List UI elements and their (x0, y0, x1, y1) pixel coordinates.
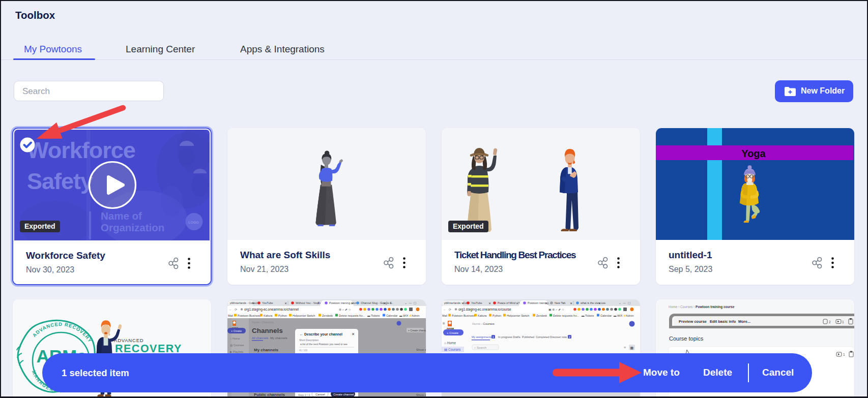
svg-text:✕: ✕ (461, 302, 464, 305)
svg-text:New Tab: New Tab (555, 301, 565, 304)
svg-text:✕: ✕ (570, 302, 572, 305)
svg-text:Mail: Mail (442, 314, 447, 317)
svg-text:a list of the next Powtoon you: a list of the next Powtoon you need to s… (300, 343, 348, 346)
svg-text:✕: ✕ (545, 302, 547, 305)
svg-text:Powtoon training course: Powtoon training course (329, 301, 359, 304)
svg-text:Workforce: Workforce (27, 137, 135, 163)
svg-text:Discover now: Discover now (550, 335, 567, 339)
svg-text:Drafts: Drafts (513, 335, 520, 339)
svg-text:YouTube: YouTube (262, 301, 273, 304)
svg-text:Python: Python (278, 314, 287, 317)
svg-text:▬ Tickets: ▬ Tickets (367, 314, 380, 317)
svg-text:▤ Courses: ▤ Courses (444, 348, 461, 351)
svg-text:Show all: Show all (416, 393, 426, 396)
svg-text:Admin: Admin (626, 314, 634, 317)
svg-text:✕: ✕ (488, 302, 491, 305)
svg-text:⟳: ⟳ (449, 308, 451, 311)
svg-text:▬ Tickets: ▬ Tickets (582, 314, 594, 317)
svg-text:Edit basic info: Edit basic info (710, 319, 736, 324)
svg-text:≡: ≡ (624, 346, 626, 349)
svg-text:Published: Published (522, 335, 534, 339)
svg-text:+: + (603, 301, 606, 305)
svg-text:Preview course: Preview course (679, 319, 707, 324)
svg-text:Zendesk: Zendesk (322, 314, 333, 317)
svg-text:My channels: My channels (254, 348, 279, 352)
svg-text:pWinterlands - Col..: pWinterlands - Col.. (444, 301, 469, 304)
svg-text:Course topics: Course topics (669, 335, 704, 342)
svg-text:←: ← (443, 308, 446, 311)
svg-text:✕: ✕ (252, 302, 254, 305)
svg-text:⌄ — ▢: ⌄ — ▢ (619, 301, 630, 304)
svg-text:▦: ▦ (630, 346, 634, 350)
svg-text:2: 2 (569, 335, 570, 339)
svg-text:org1.staging-ec.oneamma.io/cou: org1.staging-ec.oneamma.io/course (458, 308, 511, 312)
svg-text:org1.staging-ec.oneamma.io/cha: org1.staging-ec.oneamma.io/channel (244, 308, 299, 312)
svg-text:Zendesk: Zendesk (536, 314, 547, 317)
svg-text:← Describe your channel: ← Describe your channel (300, 332, 342, 336)
svg-text:Home › Courses: Home › Courses (472, 322, 495, 325)
svg-text:✕: ✕ (598, 302, 601, 305)
svg-text:▣ ⊕ ⌕ ⬈ ☆: ▣ ⊕ ⌕ ⬈ ☆ (548, 308, 564, 311)
svg-text:Calendar: Calendar (600, 314, 612, 317)
svg-text:Public channels: Public channels (254, 392, 285, 397)
svg-text:Show all: Show all (416, 348, 426, 351)
svg-text:▤ Courses: ▤ Courses (230, 344, 244, 347)
svg-text:Cancel: Cancel (315, 393, 325, 396)
svg-text:▬ WIX: ▬ WIX (614, 314, 623, 317)
svg-text:+ Create: + Create (447, 331, 459, 334)
svg-text:Helpcenter Switch: Helpcenter Switch (507, 314, 529, 317)
svg-text:Channels: Channels (252, 327, 283, 334)
svg-text:▬ WIX: ▬ WIX (399, 314, 409, 317)
svg-text:✕: ✕ (284, 302, 287, 305)
svg-text:Home › Channels: Home › Channels (252, 321, 274, 324)
svg-text:41 / 100: 41 / 100 (299, 349, 308, 352)
svg-text:≡: ≡ (443, 321, 445, 326)
svg-text:✕: ✕ (351, 302, 354, 305)
svg-text:All channels: All channels (252, 336, 268, 340)
svg-text:⌕ Search: ⌕ Search (474, 346, 486, 349)
svg-text:Peace of Mind - Yo..: Peace of Mind - Yo.. (498, 301, 523, 304)
svg-text:+: + (389, 301, 392, 305)
svg-text:✕: ✕ (317, 302, 320, 305)
svg-text:1: 1 (493, 335, 494, 339)
svg-text:Completed: Completed (536, 335, 549, 339)
svg-text:Delete requests fro...: Delete requests fro... (339, 314, 365, 317)
svg-text:More...: More... (738, 319, 750, 324)
svg-text:✕: ✕ (383, 302, 386, 305)
svg-text:In progress: In progress (498, 335, 512, 339)
svg-text:Step 2 / 2: Step 2 / 2 (298, 393, 310, 396)
svg-text:Powtoon training ...: Powtoon training ... (528, 301, 552, 304)
svg-text:Yoga: Yoga (741, 148, 766, 159)
svg-text:Powtoon Business: Powtoon Business (452, 314, 475, 317)
svg-text:Safety: Safety (27, 168, 93, 194)
svg-text:+ Create channel: + Create channel (408, 329, 426, 332)
svg-text:pWinterlands - Collect..: pWinterlands - Collect.. (230, 301, 259, 304)
svg-text:Mail: Mail (228, 314, 233, 317)
svg-text:Kaltura: Kaltura (478, 314, 487, 317)
svg-text:✕: ✕ (352, 332, 355, 336)
svg-text:1: 1 (843, 353, 845, 356)
svg-text:Admin: Admin (412, 314, 420, 317)
svg-text:+ Create: + Create (231, 329, 242, 332)
svg-text:Powtoon Business: Powtoon Business (238, 314, 261, 317)
svg-text:Short Description: Short Description (299, 339, 319, 342)
svg-text:⊕ ⌕ ⬈ ☆: ⊕ ⌕ ⬈ ☆ (339, 308, 351, 311)
svg-text:1: 1 (842, 320, 844, 324)
svg-text:2: 2 (829, 320, 831, 324)
svg-text:Without You - YouTube: Without You - YouTube (296, 301, 324, 304)
svg-text:✕: ✕ (516, 302, 518, 305)
svg-text:⌄ — ▢: ⌄ — ▢ (404, 301, 416, 304)
svg-text:Channel Slug - Google S..: Channel Slug - Google S.. (361, 301, 393, 304)
svg-text:Home › Courses › Powtoon t: Home › Courses › Powtoon training course (669, 305, 735, 309)
svg-text:Helpcenter Switch: Helpcenter Switch (293, 314, 315, 317)
svg-text:Calendar: Calendar (386, 314, 397, 317)
svg-text:←: ← (229, 308, 232, 311)
svg-text:Organization: Organization (101, 222, 164, 233)
svg-text:LOGO: LOGO (188, 221, 199, 224)
svg-text:My channels: My channels (270, 336, 287, 340)
svg-text:⌂ Home: ⌂ Home (444, 341, 456, 345)
svg-text:My assignments: My assignments (472, 335, 492, 339)
svg-text:Name of: Name of (101, 210, 142, 222)
svg-text:Python: Python (493, 314, 501, 317)
svg-text:Kaltura: Kaltura (264, 314, 273, 317)
